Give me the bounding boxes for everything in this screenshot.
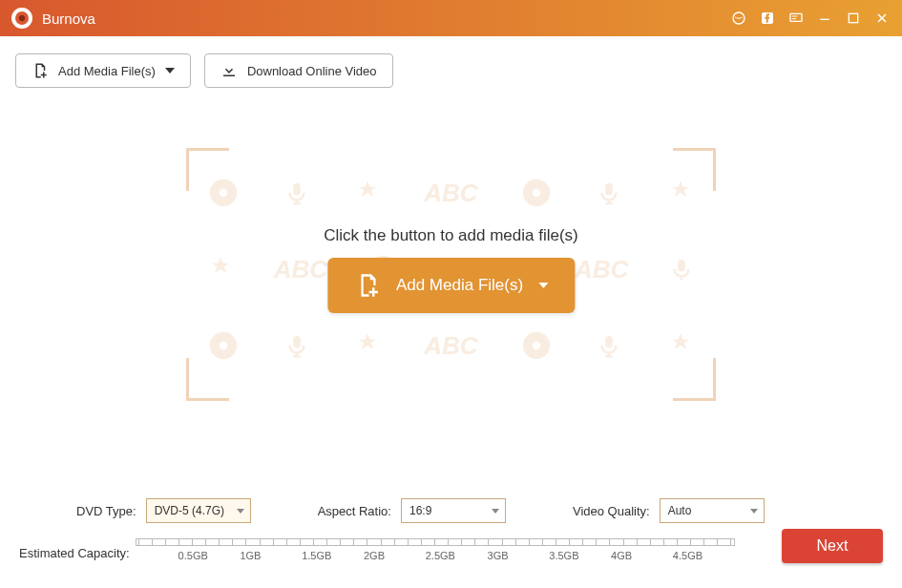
register-icon[interactable] — [787, 10, 805, 27]
capacity-tick — [408, 539, 409, 545]
capacity-tick — [690, 539, 691, 545]
capacity-tick — [394, 539, 395, 545]
video-quality-label: Video Quality: — [573, 504, 650, 518]
download-icon — [220, 62, 238, 79]
settings-row: DVD Type: DVD-5 (4.7G) Aspect Ratio: 16:… — [19, 498, 883, 523]
capacity-tick — [609, 539, 610, 545]
capacity-tick — [650, 539, 651, 545]
capacity-tick — [474, 539, 475, 545]
add-media-large-label: Add Media File(s) — [396, 276, 523, 295]
capacity-tick — [556, 539, 556, 545]
add-file-icon — [354, 272, 381, 299]
capacity-tick — [353, 539, 354, 545]
capacity-tick — [340, 539, 341, 545]
capacity-tick — [730, 539, 731, 545]
capacity-tick — [569, 539, 570, 545]
aspect-ratio-label: Aspect Ratio: — [318, 504, 391, 518]
svg-rect-2 — [790, 13, 802, 21]
dvd-type-value: DVD-5 (4.7G) — [155, 504, 224, 517]
capacity-tick — [461, 539, 462, 545]
capacity-tick-label: 2GB — [364, 550, 426, 561]
video-quality-select[interactable]: Auto — [660, 498, 765, 523]
app-logo — [11, 8, 32, 29]
capacity-tick-label: 1.5GB — [302, 550, 364, 561]
svg-point-10 — [220, 189, 228, 198]
app-title: Burnova — [42, 10, 95, 27]
aspect-ratio-select[interactable]: 16:9 — [401, 498, 506, 523]
capacity-tick — [381, 539, 382, 545]
dropzone[interactable]: ABC ABC ABC ABC Click the button to add … — [186, 148, 716, 401]
svg-point-13 — [533, 189, 541, 198]
capacity-tick — [165, 539, 166, 545]
menu-icon[interactable] — [730, 10, 747, 27]
capacity-tick — [502, 539, 503, 545]
corner-decoration — [186, 358, 229, 401]
capacity-tick — [434, 539, 435, 545]
download-video-button[interactable]: Download Online Video — [204, 53, 393, 88]
capacity-tick — [582, 539, 583, 545]
chevron-down-icon — [538, 283, 548, 288]
capacity-tick — [677, 539, 678, 545]
capacity-tick-label: 3GB — [488, 550, 550, 561]
add-media-label: Add Media File(s) — [58, 64, 156, 78]
minimize-icon[interactable] — [816, 10, 833, 27]
close-icon[interactable] — [873, 10, 891, 27]
add-media-button[interactable]: Add Media File(s) — [15, 53, 191, 88]
svg-rect-11 — [293, 183, 301, 196]
capacity-tick — [152, 539, 153, 545]
corner-decoration — [673, 358, 716, 401]
dvd-type-select[interactable]: DVD-5 (4.7G) — [146, 498, 251, 523]
capacity-tick-label: 4GB — [611, 550, 673, 561]
capacity-tick-label: 1GB — [240, 550, 302, 561]
capacity-tick — [245, 539, 246, 545]
aspect-ratio-value: 16:9 — [409, 504, 431, 517]
capacity-tick-label: 4.5GB — [673, 550, 735, 561]
capacity-tick — [515, 539, 516, 545]
add-media-large-button[interactable]: Add Media File(s) — [327, 258, 575, 313]
capacity-tick-label: 2.5GB — [426, 550, 488, 561]
capacity-tick — [529, 539, 530, 545]
capacity-tick — [448, 539, 449, 545]
svg-rect-14 — [606, 183, 614, 196]
chevron-down-icon — [165, 68, 175, 74]
capacity-tick-label: 0.5GB — [178, 550, 241, 561]
watermark-row: ABC — [186, 177, 716, 209]
capacity-row: Estimated Capacity: 0.5GB1GB1.5GB2GB2.5G… — [19, 538, 883, 567]
next-button[interactable]: Next — [782, 529, 883, 563]
capacity-tick — [367, 539, 367, 545]
capacity-tick — [717, 539, 718, 545]
capacity-bar: 0.5GB1GB1.5GB2GB2.5GB3GB3.5GB4GB4.5GB — [136, 538, 735, 567]
capacity-tick — [637, 539, 638, 545]
maximize-icon[interactable] — [845, 10, 862, 27]
capacity-tick — [205, 539, 206, 545]
video-quality-value: Auto — [668, 504, 692, 517]
facebook-icon[interactable] — [759, 10, 776, 27]
watermark-row: ABC — [186, 329, 716, 362]
capacity-tick — [138, 539, 139, 545]
chevron-down-icon — [237, 509, 244, 514]
capacity-tick — [326, 539, 327, 545]
capacity-tick-label: 3.5GB — [549, 550, 611, 561]
capacity-tick — [273, 539, 274, 545]
capacity-tick — [178, 539, 179, 545]
capacity-tick — [488, 539, 489, 545]
capacity-tick — [232, 539, 233, 545]
bottom-panel: DVD Type: DVD-5 (4.7G) Aspect Ratio: 16:… — [0, 481, 902, 588]
capacity-tick — [313, 539, 314, 545]
capacity-tick — [286, 539, 287, 545]
capacity-label: Estimated Capacity: — [19, 546, 130, 560]
capacity-tick — [260, 539, 261, 545]
svg-rect-22 — [606, 336, 614, 348]
capacity-tick — [300, 539, 301, 545]
svg-rect-16 — [679, 260, 686, 272]
toolbar: Add Media File(s) Download Online Video — [0, 36, 902, 95]
chevron-down-icon — [750, 509, 758, 514]
svg-rect-19 — [293, 336, 301, 348]
download-video-label: Download Online Video — [247, 64, 377, 78]
svg-point-18 — [220, 342, 228, 350]
capacity-tick — [192, 539, 193, 545]
capacity-tick — [421, 539, 422, 545]
capacity-tick — [219, 539, 220, 545]
capacity-tick — [596, 539, 597, 545]
capacity-tick — [623, 539, 624, 545]
